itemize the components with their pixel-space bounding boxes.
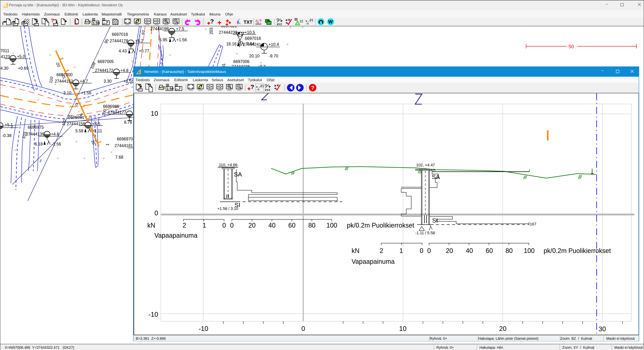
svg-text:-1.56: -1.56 [52, 142, 61, 146]
svg-text:×: × [57, 156, 59, 160]
svg-text:0: 0 [230, 222, 234, 229]
svg-text:SA: SA [234, 171, 242, 178]
svg-text:×: × [31, 113, 33, 117]
svg-text:0: 0 [427, 247, 431, 254]
svg-text:6696975: 6696975 [28, 125, 44, 130]
svg-text:pk/0.2m Puolikierrokset: pk/0.2m Puolikierrokset [544, 247, 611, 254]
svg-text:60: 60 [486, 247, 493, 254]
svg-text:27444230: 27444230 [219, 30, 237, 35]
svg-text:27444241: 27444241 [243, 42, 261, 47]
svg-text:30: 30 [598, 325, 606, 333]
svg-text:+5.0: +5.0 [17, 54, 25, 59]
svg-text:2: 2 [182, 222, 186, 229]
svg-text:Vapaapainuma: Vapaapainuma [154, 232, 198, 239]
svg-text:-10: -10 [148, 311, 158, 318]
svg-text:SA: SA [432, 173, 440, 180]
svg-text:7.68: 7.68 [115, 155, 123, 159]
svg-text:×: × [302, 26, 304, 29]
svg-text:+0.77: +0.77 [139, 49, 149, 53]
svg-text:5.95: 5.95 [159, 38, 168, 42]
svg-text:6697018: 6697018 [112, 32, 128, 37]
svg-text:kN: kN [352, 247, 360, 254]
svg-text:-1.11: -1.11 [93, 128, 102, 133]
svg-text:110, +4.66: 110, +4.66 [219, 162, 238, 167]
svg-text:6697005: 6697005 [98, 59, 114, 64]
svg-text:+4.5: +4.5 [92, 121, 100, 126]
svg-text:×: × [289, 26, 292, 29]
svg-text:×: × [12, 51, 14, 55]
svg-text:×: × [110, 150, 112, 154]
svg-text:6697022: 6697022 [221, 26, 237, 28]
svg-text:100: 100 [524, 247, 534, 254]
svg-text:6696986: 6696986 [103, 104, 119, 109]
svg-text:7011: 7011 [0, 48, 9, 53]
svg-text:kN: kN [148, 222, 155, 229]
svg-text:60: 60 [288, 222, 296, 229]
svg-text:+0.69: +0.69 [18, 66, 28, 71]
svg-text:×: × [131, 59, 133, 63]
svg-text:pk/0.2m Puolikierrokset: pk/0.2m Puolikierrokset [347, 222, 414, 229]
svg-text:27444139: 27444139 [26, 132, 44, 136]
svg-text:×: × [286, 42, 288, 46]
svg-text:27444158: 27444158 [67, 121, 85, 126]
svg-text:40: 40 [268, 222, 276, 229]
svg-text:1: 1 [202, 222, 206, 229]
svg-text:50: 50 [568, 44, 574, 49]
svg-text:×: × [169, 53, 171, 57]
svg-text:27444152: 27444152 [55, 79, 73, 84]
svg-text:100: 100 [101, 109, 107, 116]
svg-text:20: 20 [499, 325, 506, 332]
svg-text:-9.70: -9.70 [269, 54, 278, 58]
svg-text:202: 202 [236, 40, 242, 48]
svg-text:27444198: 27444198 [150, 27, 169, 31]
svg-text:+1.56: +1.56 [81, 91, 91, 95]
svg-text:×: × [14, 148, 16, 152]
svg-text:×: × [204, 27, 207, 31]
svg-text:8.76: 8.76 [124, 120, 132, 125]
svg-text:27444181: 27444181 [114, 143, 133, 148]
svg-text:z: z [10, 124, 13, 129]
svg-text:×: × [236, 52, 238, 56]
svg-text:×: × [96, 52, 99, 56]
svg-text:4.43: 4.43 [119, 49, 127, 53]
svg-text:6.18: 6.18 [35, 142, 43, 146]
svg-text:27444177: 27444177 [108, 110, 126, 115]
svg-text:+10.5: +10.5 [244, 30, 255, 35]
svg-text:+10.4: +10.4 [268, 42, 279, 47]
svg-text:-10: -10 [199, 325, 208, 332]
svg-text:3.10: 3.10 [63, 91, 72, 95]
svg-text:80: 80 [506, 247, 512, 254]
svg-text:6697016: 6697016 [245, 36, 261, 41]
svg-text:0: 0 [420, 247, 423, 254]
svg-text:102: 102 [61, 118, 67, 126]
svg-text:80: 80 [308, 222, 315, 229]
svg-text:20: 20 [248, 222, 256, 229]
svg-text:27444172: 27444172 [95, 68, 113, 73]
svg-text:×: × [84, 156, 86, 160]
svg-text:102, +4.47: 102, +4.47 [416, 163, 435, 167]
svg-text:3.30: 3.30 [104, 79, 112, 84]
svg-text:5.58: 5.58 [75, 128, 84, 133]
svg-text:×: × [49, 53, 51, 57]
svg-text:10: 10 [399, 325, 406, 332]
svg-text:6696970: 6696970 [117, 137, 133, 141]
svg-text:18.16: 18.16 [226, 42, 236, 46]
svg-text:4.30: 4.30 [0, 66, 8, 71]
svg-text:×: × [260, 61, 262, 65]
svg-text:0: 0 [154, 209, 158, 217]
svg-text:97: 97 [140, 30, 146, 35]
svg-text:0: 0 [301, 325, 305, 332]
svg-text:1: 1 [105, 143, 110, 146]
svg-text:20: 20 [446, 247, 453, 254]
svg-text:Vapaapainuma: Vapaapainuma [352, 258, 395, 265]
svg-text:167: 167 [530, 222, 536, 226]
svg-text:203: 203 [209, 28, 214, 34]
svg-text:110: 110 [48, 76, 54, 84]
svg-text:6696981: 6696981 [68, 115, 84, 120]
svg-text:×: × [37, 97, 39, 102]
svg-text:SI: SI [234, 202, 240, 208]
svg-text:×: × [103, 156, 105, 160]
svg-text:20.10: 20.10 [249, 54, 260, 58]
svg-text:z: z [39, 158, 42, 163]
svg-text:2: 2 [380, 247, 383, 254]
